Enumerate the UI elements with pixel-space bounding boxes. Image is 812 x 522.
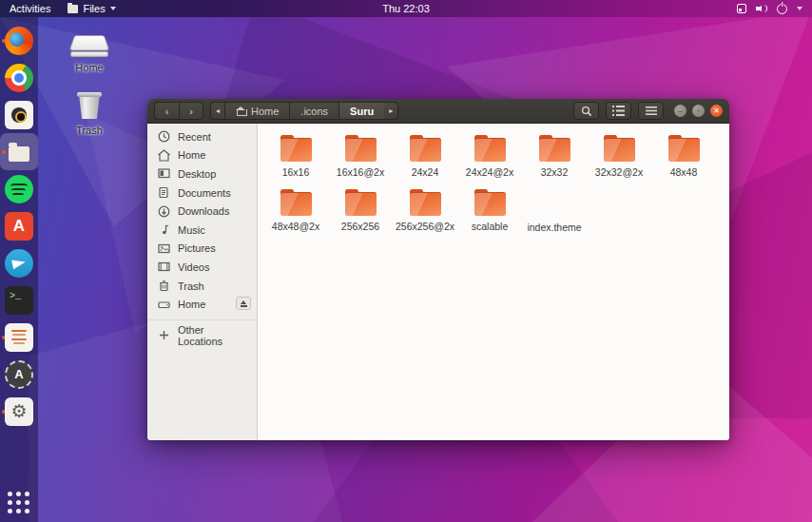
sidebar-item-music[interactable]: Music	[147, 221, 257, 240]
dock-item-terminal[interactable]: >_	[0, 281, 38, 319]
dock-item-telegram[interactable]	[0, 244, 38, 281]
sidebar-label: Documents	[178, 187, 231, 199]
view-toggle-button[interactable]	[606, 102, 631, 120]
theme-file-icon	[543, 189, 567, 218]
desktop-icon-label: Home	[61, 62, 118, 73]
home-drive-icon	[68, 30, 110, 59]
breadcrumb-icons[interactable]: .icons	[289, 102, 338, 120]
places-sidebar: Recent Home Desktop Documents Downloads …	[147, 124, 258, 440]
dock-item-spotify[interactable]	[0, 170, 38, 207]
back-button[interactable]: ‹	[154, 102, 179, 120]
forward-button[interactable]: ›	[179, 102, 203, 120]
sidebar-item-desktop[interactable]: Desktop	[147, 164, 257, 184]
chevron-down-icon	[797, 7, 802, 10]
close-button[interactable]: ✕	[710, 105, 723, 117]
breadcrumb-label: .icons	[300, 106, 328, 117]
file-name: 24x24	[412, 166, 439, 178]
dock-item-firefox[interactable]	[0, 22, 38, 59]
sidebar-item-downloads[interactable]: Downloads	[147, 202, 257, 221]
dock-item-text-editor[interactable]	[0, 319, 38, 356]
desktop-icon-home[interactable]: Home	[61, 30, 118, 73]
screen-status-icon	[737, 4, 746, 13]
system-status-area[interactable]	[737, 4, 812, 14]
pictures-icon	[158, 242, 170, 255]
file-item[interactable]: index.theme	[522, 187, 587, 242]
sidebar-label: Recent	[178, 131, 211, 143]
folder-item[interactable]: 48x48	[651, 133, 716, 187]
file-pane[interactable]: 16x16 16x16@2x 24x24 24x24@2x 32x32 32x3…	[258, 124, 729, 440]
files-icon	[9, 146, 29, 162]
sidebar-item-trash[interactable]: Trash	[147, 277, 257, 296]
top-bar: Activities Files Thu 22:03	[0, 0, 812, 17]
sidebar-item-videos[interactable]: Videos	[147, 258, 257, 277]
folder-icon	[473, 135, 508, 163]
path-scroll-left-button[interactable]: ◂	[210, 102, 224, 120]
sidebar-separator	[147, 319, 257, 320]
file-name: 24x24@2x	[466, 166, 513, 178]
sidebar-item-pictures[interactable]: Pictures	[147, 240, 257, 259]
file-grid: 16x16 16x16@2x 24x24 24x24@2x 32x32 32x3…	[263, 133, 724, 242]
file-name: index.theme	[527, 222, 581, 233]
trash-can-icon	[73, 89, 106, 122]
dock-item-a-app[interactable]: A	[0, 207, 38, 244]
folder-item[interactable]: 32x32	[522, 133, 587, 187]
folder-icon	[408, 189, 443, 217]
clock[interactable]: Thu 22:03	[0, 3, 812, 14]
show-applications-button[interactable]	[8, 492, 30, 514]
eject-button[interactable]	[236, 297, 251, 310]
file-name: 16x16@2x	[337, 166, 384, 178]
folder-icon	[343, 135, 378, 163]
minimize-button[interactable]: –	[674, 105, 686, 117]
search-button[interactable]	[573, 102, 599, 120]
activities-button[interactable]: Activities	[10, 3, 50, 14]
file-name: 16x16	[282, 166, 310, 178]
spotify-icon	[5, 175, 33, 203]
file-name: 48x48@2x	[272, 221, 319, 232]
breadcrumb-label: Home	[251, 106, 279, 117]
breadcrumb-home[interactable]: Home	[224, 102, 289, 120]
home-icon	[158, 149, 170, 162]
sidebar-item-documents[interactable]: Documents	[147, 184, 257, 203]
desktop-icon	[158, 167, 170, 180]
sidebar-item-recent[interactable]: Recent	[147, 127, 257, 146]
sidebar-label: Trash	[178, 280, 204, 292]
plus-icon	[158, 329, 170, 341]
power-icon	[777, 4, 787, 14]
file-name: 32x32@2x	[595, 166, 643, 178]
folder-item[interactable]: 16x16@2x	[328, 133, 393, 187]
sidebar-item-other-locations[interactable]: Other Locations	[147, 326, 257, 345]
terminal-icon: >_	[5, 286, 33, 315]
folder-item[interactable]: 24x24@2x	[457, 133, 522, 187]
folder-icon	[279, 189, 314, 217]
file-name: scalable	[472, 221, 509, 232]
menu-button[interactable]	[638, 102, 664, 120]
dock-item-camera-app[interactable]	[0, 96, 38, 133]
app-menu[interactable]: Files	[68, 3, 115, 14]
breadcrumb-suru[interactable]: Suru	[338, 102, 384, 120]
home-icon	[236, 106, 246, 116]
folder-item[interactable]: scalable	[457, 187, 522, 242]
path-scroll-right-button[interactable]: ▸	[384, 102, 398, 120]
sidebar-item-home[interactable]: Home	[147, 146, 257, 165]
recent-icon	[158, 130, 170, 143]
folder-item[interactable]: 48x48@2x	[263, 187, 328, 242]
chrome-icon	[5, 64, 33, 92]
folder-item[interactable]: 16x16	[263, 133, 328, 187]
dock-item-settings[interactable]: ⚙	[0, 393, 38, 430]
sidebar-label: Videos	[178, 261, 209, 273]
sidebar-item-home-drive[interactable]: Home	[147, 295, 257, 314]
dock-item-software-updater[interactable]: A	[0, 356, 38, 393]
a-app-icon: A	[5, 212, 33, 241]
camera-app-icon	[5, 101, 33, 129]
folder-item[interactable]: 256x256@2x	[393, 187, 457, 242]
folder-item[interactable]: 24x24	[393, 133, 457, 187]
desktop-icon-label: Trash	[61, 125, 118, 136]
folder-item[interactable]: 32x32@2x	[587, 133, 651, 187]
desktop-icon-trash[interactable]: Trash	[61, 89, 118, 136]
telegram-icon	[5, 249, 33, 278]
folder-item[interactable]: 256x256	[328, 187, 393, 242]
dock-item-files[interactable]	[0, 133, 38, 170]
dock-item-chrome[interactable]	[0, 59, 38, 96]
running-indicator	[2, 150, 6, 154]
maximize-button[interactable]: ▫	[692, 105, 705, 117]
